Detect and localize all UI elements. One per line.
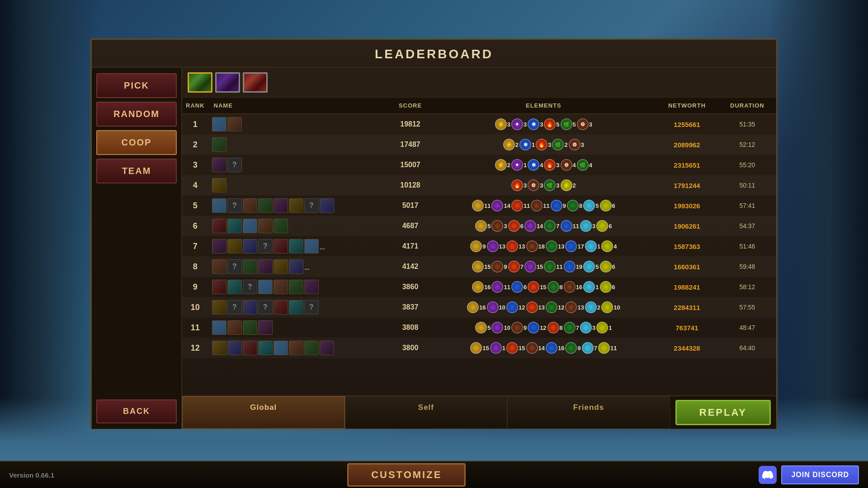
table-row: 4 10128 🔥3 ⚙3 🌿	[182, 175, 776, 196]
element-icon	[472, 200, 484, 211]
element-icon: ⚡	[495, 118, 507, 130]
table-row: 3 ? 15007 ⚡2 ✦1	[182, 155, 776, 175]
networth-cell: 1255661	[656, 114, 718, 135]
map-thumb-1[interactable]	[188, 72, 212, 93]
avatar	[227, 280, 242, 294]
elements-cell: ⚡2 ✦1 ❄4 🔥3 ⚙4 🌿4	[432, 155, 656, 175]
col-duration: DURATION	[718, 98, 776, 114]
element-icon	[600, 200, 612, 211]
score-cell: 3800	[389, 338, 431, 358]
element-icon	[551, 200, 562, 211]
table-row: 1 19812 ⚡3 ✦3	[182, 114, 776, 135]
elements-cell: 15 1 15 14 16 9 7 11	[432, 338, 656, 358]
element-icon	[511, 322, 523, 333]
bottom-bar: Version 0.66.1 CUSTOMIZE JOIN DISCORD	[0, 461, 868, 488]
element-icon	[506, 342, 518, 354]
element-icon: 🔥	[511, 179, 523, 191]
name-cell: ? ...	[208, 236, 389, 257]
rank-cell: 2	[182, 135, 208, 155]
score-cell: 17487	[389, 135, 431, 155]
back-button[interactable]: BACK	[96, 399, 177, 423]
avatar	[227, 117, 242, 131]
avatar-placeholder: ?	[227, 158, 242, 172]
element-icon: ✦	[511, 118, 523, 130]
score-cell: 4142	[389, 257, 431, 277]
map-thumb-3[interactable]	[243, 72, 268, 93]
rank-cell: 3	[182, 155, 208, 175]
element-icon	[526, 301, 538, 313]
element-icon	[490, 342, 502, 354]
duration-cell: 50:11	[718, 175, 776, 196]
networth-cell: 1660361	[656, 257, 718, 277]
table-row: 10 ? ? ?	[182, 297, 776, 318]
duration-cell: 54:37	[718, 216, 776, 236]
avatar	[274, 341, 288, 355]
table-header-row: RANK NAME SCORE ELEMENTS NETWORTH DURATI…	[182, 98, 776, 114]
avatar-placeholder: ?	[304, 300, 319, 314]
tab-friends[interactable]: Friends	[507, 396, 670, 429]
sidebar-spacer	[96, 187, 177, 396]
element-icon: ❄	[528, 118, 539, 130]
avatar	[289, 280, 303, 294]
tab-self[interactable]: Self	[345, 396, 508, 429]
avatar	[212, 137, 226, 152]
element-icon	[600, 261, 612, 272]
avatar	[243, 239, 257, 253]
networth-cell: 1587363	[656, 236, 718, 257]
element-icon	[511, 200, 523, 211]
score-cell: 4171	[389, 236, 431, 257]
sidebar-item-pick[interactable]: PICK	[96, 73, 177, 98]
elements-cell: ⚡2 ❄1 🔥3 🌿2 ⚙3	[432, 135, 656, 155]
element-icon	[564, 281, 576, 293]
element-icon	[547, 281, 559, 293]
elements-cell: 5 10 9 12 8 7 3 1	[432, 318, 656, 338]
avatar	[212, 320, 226, 335]
elements-cell: 16 11 6 15 8 16 1 6	[432, 277, 656, 297]
sidebar-item-coop[interactable]: COOP	[96, 130, 177, 155]
sidebar-item-team[interactable]: TEAM	[96, 159, 177, 183]
name-cell	[208, 338, 389, 358]
element-icon	[583, 281, 595, 293]
avatar	[212, 259, 226, 274]
avatar-more: ...	[320, 241, 325, 252]
avatar	[258, 259, 273, 274]
element-icon	[598, 342, 610, 354]
element-icon: ❄	[528, 159, 539, 171]
avatar	[212, 219, 226, 233]
customize-button[interactable]: CUSTOMIZE	[347, 463, 466, 487]
elements-cell: 11 14 11 11 9 8 5 6	[432, 196, 656, 216]
leaderboard-table: RANK NAME SCORE ELEMENTS NETWORTH DURATI…	[182, 98, 776, 358]
avatar	[212, 341, 226, 355]
element-icon	[596, 322, 608, 333]
tab-global[interactable]: Global	[182, 396, 345, 429]
element-icon	[472, 261, 484, 272]
col-score: SCORE	[389, 98, 431, 114]
avatar	[274, 219, 288, 233]
score-cell: 3837	[389, 297, 431, 318]
element-icon	[491, 261, 503, 272]
replay-button[interactable]: REPLAY	[675, 400, 771, 425]
duration-cell: 57:41	[718, 196, 776, 216]
element-icon	[526, 240, 538, 252]
sidebar: PICK RANDOM COOP TEAM BACK	[92, 68, 182, 429]
duration-cell: 59:48	[718, 257, 776, 277]
sidebar-item-random[interactable]: RANDOM	[96, 102, 177, 127]
element-icon	[508, 261, 520, 272]
duration-cell: 51:35	[718, 114, 776, 135]
element-icon	[546, 301, 557, 313]
join-discord-button[interactable]: JOIN DISCORD	[781, 465, 859, 484]
element-icon: ⚙	[561, 159, 572, 171]
avatar	[289, 239, 303, 253]
discord-area: JOIN DISCORD	[759, 465, 859, 484]
map-thumb-2[interactable]	[215, 72, 240, 93]
element-icon	[524, 261, 536, 272]
avatar	[258, 280, 273, 294]
avatar	[304, 239, 319, 253]
name-cell	[208, 216, 389, 236]
rank-cell: 5	[182, 196, 208, 216]
element-icon	[544, 220, 556, 232]
rank-cell: 7	[182, 236, 208, 257]
col-rank: RANK	[182, 98, 208, 114]
element-icon	[583, 261, 595, 272]
avatar-placeholder: ?	[243, 280, 257, 294]
